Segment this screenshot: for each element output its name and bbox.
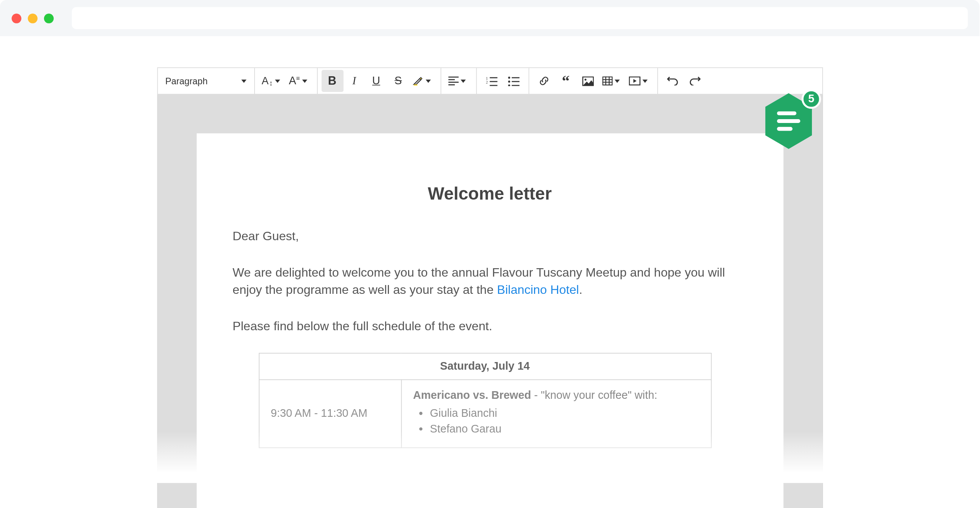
bulleted-list-icon [508, 76, 519, 86]
align-left-icon [448, 76, 459, 85]
undo-icon [667, 76, 678, 85]
highlighter-icon [412, 75, 424, 87]
url-bar[interactable] [72, 7, 968, 29]
schedule-intro-paragraph[interactable]: Please find below the full schedule of t… [233, 317, 747, 335]
undo-button[interactable] [662, 70, 683, 92]
quote-icon: “ [562, 77, 570, 85]
text-case-button[interactable]: A↕ [258, 70, 286, 92]
schedule-time-cell[interactable]: 9:30 AM - 11:30 AM [259, 380, 401, 448]
image-icon [582, 76, 593, 86]
window-maximize-button[interactable] [44, 13, 54, 23]
redo-icon [689, 76, 700, 85]
editor-canvas-bg: Welcome letter Dear Guest, We are deligh… [157, 95, 823, 508]
chevron-down-icon [241, 79, 247, 82]
schedule-table[interactable]: Saturday, July 14 9:30 AM - 11:30 AM Ame… [258, 353, 711, 448]
svg-text:2: 2 [485, 80, 487, 84]
numbered-list-icon: 1 2 [485, 76, 497, 86]
table-button[interactable] [599, 70, 626, 92]
svg-rect-0 [414, 84, 417, 85]
media-icon [629, 76, 640, 85]
link-icon [538, 75, 549, 87]
intro-paragraph[interactable]: We are delighted to welcome you to the a… [233, 263, 747, 299]
speaker-list: Giulia Bianchi Stefano Garau [413, 407, 699, 436]
media-embed-button[interactable] [626, 70, 653, 92]
editor-container: Paragraph A↕ A≡ B I U [157, 67, 823, 508]
browser-title-bar [0, 0, 980, 36]
badge-count: 5 [802, 89, 821, 109]
italic-button[interactable]: I [343, 70, 365, 92]
svg-rect-18 [603, 77, 612, 85]
chevron-down-icon [461, 79, 466, 82]
document-title[interactable]: Welcome letter [233, 184, 747, 204]
highlight-button[interactable] [409, 70, 436, 92]
traffic-lights [11, 13, 54, 23]
svg-rect-26 [777, 119, 800, 123]
hotel-link[interactable]: Bilancino Hotel [497, 283, 579, 297]
svg-point-14 [508, 84, 510, 86]
window-minimize-button[interactable] [28, 13, 38, 23]
table-row[interactable]: 9:30 AM - 11:30 AM Americano vs. Brewed … [259, 380, 711, 448]
schedule-header[interactable]: Saturday, July 14 [259, 353, 711, 380]
table-icon [602, 76, 612, 85]
chevron-down-icon [302, 79, 307, 82]
list-item[interactable]: Stefano Garau [430, 423, 699, 436]
editor-toolbar: Paragraph A↕ A≡ B I U [157, 67, 823, 95]
chevron-down-icon [642, 79, 648, 82]
window-close-button[interactable] [11, 13, 21, 23]
svg-point-10 [508, 76, 510, 78]
chevron-down-icon [275, 79, 280, 82]
document-body[interactable]: Dear Guest, We are delighted to welcome … [233, 227, 747, 448]
bulleted-list-button[interactable] [502, 70, 524, 92]
image-button[interactable] [577, 70, 599, 92]
svg-rect-25 [777, 111, 797, 115]
svg-point-12 [508, 80, 510, 82]
chevron-down-icon [615, 79, 620, 82]
svg-rect-27 [777, 127, 793, 131]
document-page[interactable]: Welcome letter Dear Guest, We are deligh… [196, 133, 783, 508]
block-format-dropdown[interactable]: Paragraph [158, 68, 255, 94]
block-format-label: Paragraph [165, 76, 208, 86]
numbered-list-button[interactable]: 1 2 [480, 70, 502, 92]
schedule-session-cell[interactable]: Americano vs. Brewed - "know your coffee… [401, 380, 711, 448]
greeting-paragraph[interactable]: Dear Guest, [233, 227, 747, 245]
bold-button[interactable]: B [321, 70, 343, 92]
redo-button[interactable] [683, 70, 705, 92]
alignment-button[interactable] [445, 70, 472, 92]
svg-point-17 [584, 78, 586, 80]
underline-button[interactable]: U [365, 70, 387, 92]
list-item[interactable]: Giulia Bianchi [430, 407, 699, 420]
link-button[interactable] [533, 70, 555, 92]
ckeditor-badge[interactable]: 5 [763, 92, 815, 150]
chevron-down-icon [426, 79, 431, 82]
blockquote-button[interactable]: “ [555, 70, 577, 92]
strikethrough-button[interactable]: S [387, 70, 409, 92]
font-size-button[interactable]: A≡ [286, 70, 313, 92]
